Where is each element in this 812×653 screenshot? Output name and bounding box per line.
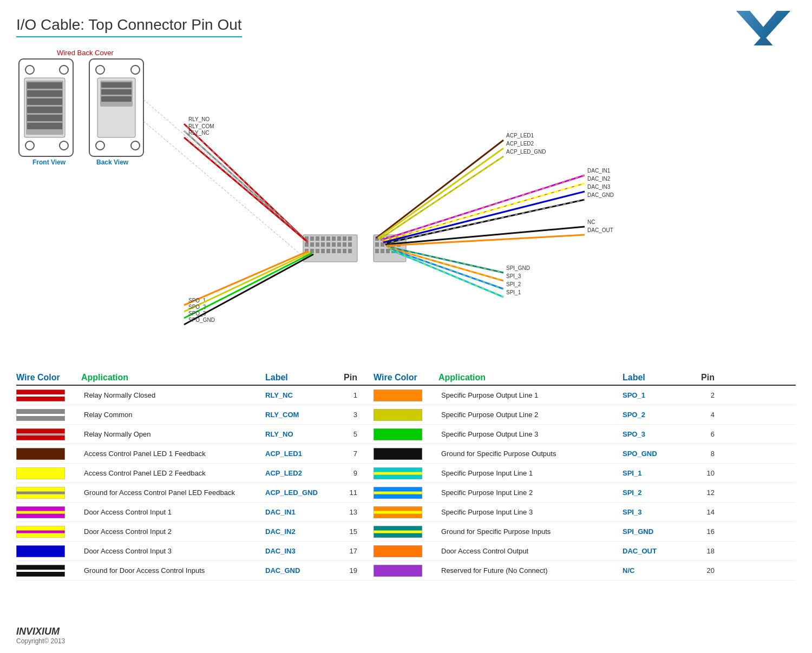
cell-pin2: 6 xyxy=(687,430,715,438)
cell-app: Door Access Control Input 3 xyxy=(81,547,265,555)
svg-rect-49 xyxy=(348,242,352,247)
svg-text:Wired Back Cover: Wired Back Cover xyxy=(57,49,114,57)
header-application-2: Application xyxy=(438,373,623,382)
svg-text:DAC_OUT: DAC_OUT xyxy=(587,227,613,233)
svg-rect-11 xyxy=(27,82,62,89)
cell-label2: SPI_3 xyxy=(623,508,687,516)
cell-label: RLY_NC xyxy=(265,391,330,399)
svg-rect-129 xyxy=(374,390,422,401)
header-pin-2: Pin xyxy=(687,373,715,382)
svg-rect-47 xyxy=(337,242,341,247)
svg-rect-26 xyxy=(101,89,132,95)
header-label-2: Label xyxy=(623,373,687,382)
header-pin: Pin xyxy=(330,373,357,382)
svg-text:ACP_LED1: ACP_LED1 xyxy=(506,133,534,138)
cell-app2: Door Access Control Output xyxy=(438,547,623,555)
page-title: I/O Cable: Top Connector Pin Out xyxy=(16,16,242,37)
cell-pin: 11 xyxy=(330,489,357,497)
svg-rect-16 xyxy=(27,123,62,129)
svg-rect-71 xyxy=(381,249,384,253)
table-row: Access Control Panel LED 1 Feedback ACP_… xyxy=(16,444,796,464)
cell-wire xyxy=(16,563,81,578)
page-container: I/O Cable: Top Connector Pin Out Wired B… xyxy=(0,0,812,653)
cell-pin: 15 xyxy=(330,527,357,536)
cell-pin: 5 xyxy=(330,430,357,438)
svg-text:RLY_COM: RLY_COM xyxy=(188,123,214,129)
svg-rect-25 xyxy=(101,82,132,88)
cell-label2: SPI_GND xyxy=(623,527,687,536)
svg-text:DAC_IN3: DAC_IN3 xyxy=(587,184,611,190)
svg-rect-53 xyxy=(321,249,325,253)
cell-pin: 3 xyxy=(330,411,357,419)
cell-app2: Ground for Specific Purpose Inputs xyxy=(438,527,623,536)
cell-label: DAC_IN1 xyxy=(265,508,330,516)
svg-rect-70 xyxy=(375,249,379,253)
svg-rect-57 xyxy=(343,249,346,253)
cell-app: Door Access Control Input 2 xyxy=(81,527,265,536)
svg-rect-39 xyxy=(343,236,346,241)
header-wire-color: Wire Color xyxy=(16,373,81,382)
cell-app2: Specific Purpose Output Line 2 xyxy=(438,411,623,419)
cell-wire xyxy=(16,427,81,442)
svg-text:RLY_NC: RLY_NC xyxy=(188,130,209,136)
cell-label2: SPO_3 xyxy=(623,430,687,438)
svg-rect-147 xyxy=(16,487,65,499)
cell-label2: SPI_1 xyxy=(623,469,687,477)
footer: INVIXIUM Copyright© 2013 xyxy=(16,626,65,645)
svg-text:DAC_IN1: DAC_IN1 xyxy=(587,168,611,174)
cell-wire2 xyxy=(374,563,438,578)
cell-label: DAC_IN3 xyxy=(265,547,330,555)
cell-label: RLY_COM xyxy=(265,411,330,419)
cell-pin2: 10 xyxy=(687,469,715,477)
svg-rect-33 xyxy=(310,236,314,241)
svg-rect-167 xyxy=(16,565,65,577)
cell-label2: SPI_2 xyxy=(623,489,687,497)
cell-pin2: 12 xyxy=(687,489,715,497)
cell-label: ACP_LED_GND xyxy=(265,489,330,497)
diagram-area: Wired Back Cover Front View xyxy=(16,45,796,365)
svg-rect-138 xyxy=(374,428,422,440)
svg-rect-34 xyxy=(316,236,319,241)
cell-wire xyxy=(16,485,81,500)
svg-text:SPI_2: SPI_2 xyxy=(506,281,521,287)
svg-rect-156 xyxy=(374,506,422,518)
svg-text:SPI_GND: SPI_GND xyxy=(506,265,530,271)
cell-wire2 xyxy=(374,388,438,403)
cell-app: Relay Common xyxy=(81,411,265,419)
table-row: Relay Common RLY_COM 3 Specific Purpose … xyxy=(16,405,796,425)
cell-wire xyxy=(16,544,81,559)
cell-pin: 17 xyxy=(330,547,357,555)
svg-rect-27 xyxy=(101,96,132,102)
svg-text:DAC_IN2: DAC_IN2 xyxy=(587,176,611,182)
cell-label2: SPO_2 xyxy=(623,411,687,419)
brand-name: INVIXIUM xyxy=(16,626,65,637)
cell-app: Ground for Access Control Panel LED Feed… xyxy=(81,489,265,497)
svg-rect-162 xyxy=(374,526,422,538)
cell-pin2: 16 xyxy=(687,527,715,536)
cell-wire2 xyxy=(374,446,438,461)
cell-pin: 9 xyxy=(330,469,357,477)
cell-app2: Specific Purpose Input Line 1 xyxy=(438,469,623,477)
cell-pin: 13 xyxy=(330,508,357,516)
cell-pin2: 4 xyxy=(687,411,715,419)
cell-pin2: 2 xyxy=(687,391,715,399)
svg-text:ACP_LED2: ACP_LED2 xyxy=(506,141,534,147)
cell-app2: Specific Purpose Input Line 3 xyxy=(438,508,623,516)
cell-wire xyxy=(16,505,81,520)
svg-rect-54 xyxy=(326,249,330,253)
cell-pin2: 8 xyxy=(687,450,715,458)
cell-app2: Specific Purpose Output Line 1 xyxy=(438,391,623,399)
svg-rect-159 xyxy=(16,526,65,538)
svg-rect-44 xyxy=(321,242,325,247)
svg-rect-40 xyxy=(348,236,352,241)
svg-rect-36 xyxy=(326,236,330,241)
table-row: Access Control Panel LED 2 Feedback ACP_… xyxy=(16,464,796,483)
cell-wire2 xyxy=(374,544,438,559)
svg-rect-37 xyxy=(332,236,336,241)
cell-pin2: 18 xyxy=(687,547,715,555)
cell-app: Access Control Panel LED 2 Feedback xyxy=(81,469,265,477)
svg-rect-43 xyxy=(316,242,319,247)
svg-rect-153 xyxy=(16,506,65,518)
svg-rect-46 xyxy=(332,242,336,247)
cell-label: ACP_LED2 xyxy=(265,469,330,477)
